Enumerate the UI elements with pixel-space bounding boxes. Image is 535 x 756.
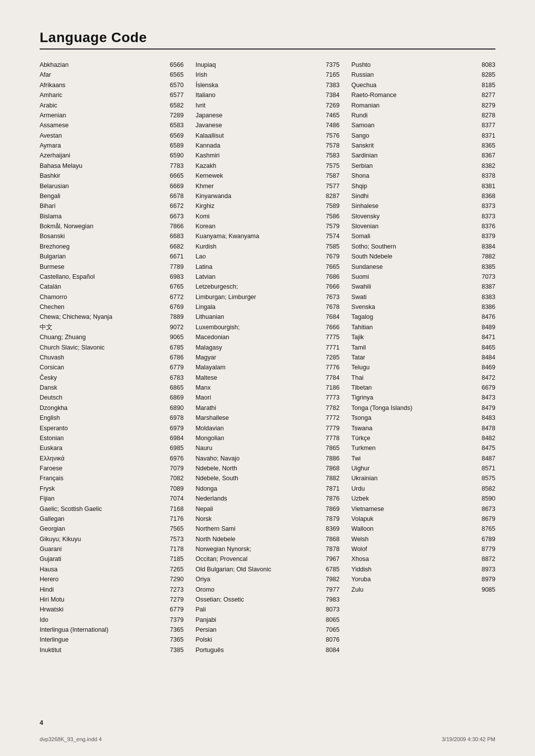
table-row: Kirghiz7589 (196, 202, 340, 211)
table-row: Ido7379 (40, 615, 184, 625)
language-name: Moldavian (196, 424, 321, 433)
table-row: Castellano, Español6983 (40, 272, 184, 282)
table-row: Kuanyama; Kwanyama7574 (196, 232, 340, 241)
language-code: 8185 (477, 81, 495, 90)
language-code: 7876 (321, 494, 339, 504)
table-row: Serbian8382 (351, 161, 495, 171)
language-name: Occitan; Provencal (196, 554, 321, 564)
table-row: Esperanto6979 (40, 424, 184, 433)
table-row: Kernewek7587 (196, 171, 340, 181)
language-code: 7073 (477, 272, 495, 282)
language-name: Kernewek (196, 171, 321, 181)
table-row: Korean7579 (196, 222, 340, 231)
language-name: Kazakh (196, 161, 321, 171)
language-name: Hrwatski (40, 605, 165, 614)
language-code: 7886 (321, 454, 339, 463)
language-code: 6785 (165, 343, 184, 353)
language-code: 7486 (321, 121, 339, 130)
language-name: Česky (40, 373, 165, 383)
language-name: Arabic (40, 101, 165, 110)
table-row: Íslenska7383 (196, 81, 340, 90)
language-code: 8371 (477, 131, 495, 141)
language-name: Lingala (196, 302, 321, 312)
language-code: 8376 (477, 222, 495, 231)
language-code: 7082 (165, 474, 184, 483)
language-name: Esperanto (40, 424, 165, 433)
language-code: 6983 (165, 272, 184, 282)
language-name: Tajik (351, 333, 477, 342)
language-name: Kannada (196, 141, 321, 151)
language-name: Tswana (351, 424, 477, 433)
table-row: Norwegian Nynorsk;7878 (196, 545, 340, 554)
language-name: Norwegian Nynorsk; (196, 545, 321, 554)
language-code: 6671 (165, 252, 184, 261)
language-name: Estonian (40, 434, 165, 443)
language-name: Sundanese (351, 262, 477, 272)
language-code: 8465 (477, 343, 495, 353)
language-code: 8285 (477, 70, 495, 80)
language-name: Navaho; Navajo (196, 454, 321, 463)
language-code: 8479 (477, 403, 495, 413)
table-row: Old Bulgarian; Old Slavonic6785 (196, 565, 340, 574)
language-code: 6582 (165, 101, 184, 110)
language-name: Gikuyu; Kikuyu (40, 535, 165, 544)
language-code: 7089 (165, 484, 184, 494)
table-row: Corsican6779 (40, 363, 184, 372)
language-name: Ndebele, North (196, 464, 321, 473)
language-name: Guarani (40, 545, 165, 554)
language-code: 8478 (477, 424, 495, 433)
table-row: Hindi7273 (40, 585, 184, 595)
table-row: Ndebele, South7882 (196, 474, 340, 483)
language-name: Kuanyama; Kwanyama (196, 232, 321, 241)
language-name: Shona (351, 171, 477, 181)
language-name: Gaelic; Scottish Gaelic (40, 504, 165, 514)
language-code: 6669 (165, 182, 184, 191)
language-code: 7165 (321, 70, 339, 80)
language-name: Svenska (351, 302, 477, 312)
language-name: Nederlands (196, 494, 321, 504)
footer-left: dvp3268K_93_eng.indd 4 (40, 736, 102, 742)
language-code: 8484 (477, 353, 495, 362)
language-name: Malagasy (196, 343, 321, 353)
language-code: 8475 (477, 444, 495, 453)
language-code: 8381 (477, 182, 495, 191)
language-code: 7269 (321, 101, 339, 110)
language-name: Malayalam (196, 363, 321, 372)
table-row: Hiri Motu7279 (40, 595, 184, 605)
table-row: Bihari6672 (40, 202, 184, 211)
language-name: Zulu (351, 585, 477, 595)
language-code: 8489 (477, 323, 495, 332)
table-row: Javanese7486 (196, 121, 340, 130)
language-code: 7871 (321, 484, 339, 494)
language-code: 7782 (321, 403, 339, 413)
language-name: Amharic (40, 91, 165, 100)
table-row: Urdu8582 (351, 484, 495, 494)
language-name: Slovenian (351, 222, 477, 231)
language-name: Uighur (351, 464, 477, 473)
table-row: Fijian7074 (40, 494, 184, 504)
language-name: Inupiaq (196, 60, 321, 70)
language-code: 8472 (477, 373, 495, 383)
language-name: Tamil (351, 343, 477, 353)
table-row: Sindhi8368 (351, 192, 495, 201)
table-row: Kannada7578 (196, 141, 340, 151)
language-code: 8076 (321, 635, 339, 645)
table-row: Chewa; Chichewa; Nyanja7889 (40, 312, 184, 322)
language-name: Shqip (351, 182, 477, 191)
table-row: Inupiaq7375 (196, 60, 340, 70)
language-name: Quechua (351, 81, 477, 90)
table-row: Samoan8377 (351, 121, 495, 130)
language-name: Marathi (196, 403, 321, 413)
table-row: Uighur8571 (351, 464, 495, 473)
language-code: 7775 (321, 333, 339, 342)
table-row: Maltese7784 (196, 373, 340, 383)
table-row: Afar6565 (40, 70, 184, 80)
language-name: Khmer (196, 182, 321, 191)
language-name: Norsk (196, 514, 321, 524)
language-code: 7784 (321, 373, 339, 383)
page: Language Code Abkhazian6566Afar6565Afrik… (0, 0, 535, 756)
table-row: Maori7773 (196, 393, 340, 403)
language-name: Korean (196, 222, 321, 231)
language-code: 8979 (477, 575, 495, 584)
table-row: Kazakh7575 (196, 161, 340, 171)
